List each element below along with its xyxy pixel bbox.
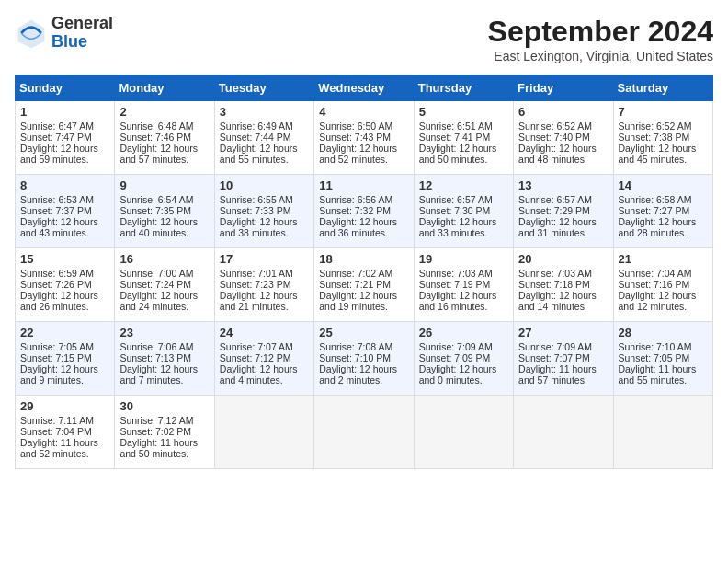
day-info-line: Sunset: 7:12 PM <box>220 352 309 363</box>
day-number: 4 <box>319 105 408 119</box>
day-info-line: Daylight: 12 hours <box>518 290 608 301</box>
day-info-line: Sunrise: 7:04 AM <box>619 268 708 279</box>
day-info-line: and 57 minutes. <box>119 154 209 165</box>
day-number: 16 <box>119 252 209 266</box>
calendar-cell <box>613 396 712 469</box>
day-number: 7 <box>619 105 708 119</box>
day-info-line: Daylight: 12 hours <box>119 143 209 154</box>
calendar-cell: 6Sunrise: 6:52 AMSunset: 7:40 PMDaylight… <box>514 101 613 175</box>
day-info-line: and 28 minutes. <box>619 227 708 238</box>
day-number: 28 <box>619 326 708 339</box>
column-header-sunday: Sunday <box>16 75 115 101</box>
calendar-cell: 15Sunrise: 6:59 AMSunset: 7:26 PMDayligh… <box>16 248 115 322</box>
day-info-line: Daylight: 12 hours <box>419 290 508 301</box>
day-info-line: Sunrise: 6:53 AM <box>20 194 109 205</box>
day-info-line: Sunset: 7:32 PM <box>319 205 408 216</box>
day-number: 18 <box>319 252 408 266</box>
calendar-cell <box>314 396 414 469</box>
calendar-cell: 16Sunrise: 7:00 AMSunset: 7:24 PMDayligh… <box>115 248 214 322</box>
day-number: 9 <box>119 178 209 192</box>
day-info-line: Sunset: 7:13 PM <box>119 352 209 363</box>
day-info-line: Sunrise: 7:03 AM <box>518 268 608 279</box>
day-info-line: Daylight: 12 hours <box>119 290 209 301</box>
logo-text: General Blue <box>51 15 113 52</box>
day-number: 8 <box>20 178 109 192</box>
day-number: 30 <box>119 399 209 413</box>
day-info-line: Sunset: 7:37 PM <box>20 205 109 216</box>
day-info-line: and 48 minutes. <box>518 154 608 165</box>
calendar-cell: 2Sunrise: 6:48 AMSunset: 7:46 PMDaylight… <box>115 101 214 175</box>
day-number: 12 <box>419 178 508 192</box>
day-info-line: Sunset: 7:18 PM <box>518 279 608 290</box>
day-info-line: and 52 minutes. <box>20 448 109 459</box>
day-info-line: Sunrise: 7:10 AM <box>619 341 708 352</box>
day-info-line: and 40 minutes. <box>119 227 209 238</box>
day-info-line: Sunrise: 6:54 AM <box>119 194 209 205</box>
day-info-line: Daylight: 12 hours <box>20 216 109 227</box>
day-info-line: and 55 minutes. <box>619 374 708 385</box>
day-info-line: Sunrise: 7:06 AM <box>119 341 209 352</box>
calendar-cell: 12Sunrise: 6:57 AMSunset: 7:30 PMDayligh… <box>414 175 513 248</box>
day-info-line: Daylight: 12 hours <box>319 143 408 154</box>
calendar-cell: 18Sunrise: 7:02 AMSunset: 7:21 PMDayligh… <box>314 248 414 322</box>
day-info-line: Sunset: 7:02 PM <box>119 426 209 437</box>
day-info-line: and 4 minutes. <box>220 374 309 385</box>
day-info-line: Daylight: 12 hours <box>619 143 708 154</box>
day-info-line: Sunrise: 7:01 AM <box>220 268 309 279</box>
day-info-line: Daylight: 12 hours <box>119 363 209 374</box>
day-number: 14 <box>619 178 708 192</box>
day-number: 20 <box>518 252 608 266</box>
day-info-line: Daylight: 12 hours <box>319 363 408 374</box>
calendar-cell: 7Sunrise: 6:52 AMSunset: 7:38 PMDaylight… <box>613 101 712 175</box>
calendar-cell: 25Sunrise: 7:08 AMSunset: 7:10 PMDayligh… <box>314 322 414 396</box>
day-info-line: Sunrise: 6:51 AM <box>419 121 508 132</box>
day-info-line: Daylight: 12 hours <box>518 216 608 227</box>
calendar-table: SundayMondayTuesdayWednesdayThursdayFrid… <box>15 75 713 469</box>
day-info-line: Sunrise: 6:47 AM <box>20 121 109 132</box>
logo-icon <box>15 17 48 50</box>
day-number: 23 <box>119 326 209 339</box>
calendar-header-row: SundayMondayTuesdayWednesdayThursdayFrid… <box>16 75 713 101</box>
logo: General Blue <box>15 15 113 52</box>
day-info-line: Daylight: 12 hours <box>319 216 408 227</box>
day-number: 5 <box>419 105 508 119</box>
day-number: 13 <box>518 178 608 192</box>
calendar-cell: 10Sunrise: 6:55 AMSunset: 7:33 PMDayligh… <box>214 175 313 248</box>
day-info-line: and 26 minutes. <box>20 301 109 312</box>
day-info-line: and 33 minutes. <box>419 227 508 238</box>
day-info-line: Sunrise: 6:57 AM <box>518 194 608 205</box>
day-number: 27 <box>518 326 608 339</box>
day-info-line: Sunset: 7:35 PM <box>119 205 209 216</box>
day-info-line: Daylight: 12 hours <box>518 143 608 154</box>
day-info-line: and 24 minutes. <box>119 301 209 312</box>
calendar-week-4: 22Sunrise: 7:05 AMSunset: 7:15 PMDayligh… <box>16 322 713 396</box>
day-info-line: Sunrise: 7:00 AM <box>119 268 209 279</box>
location: East Lexington, Virginia, United States <box>488 49 713 63</box>
day-info-line: Sunset: 7:33 PM <box>220 205 309 216</box>
day-number: 10 <box>220 178 309 192</box>
day-info-line: and 43 minutes. <box>20 227 109 238</box>
day-info-line: Daylight: 11 hours <box>619 363 708 374</box>
day-info-line: Sunset: 7:05 PM <box>619 352 708 363</box>
day-number: 15 <box>20 252 109 266</box>
calendar-week-5: 29Sunrise: 7:11 AMSunset: 7:04 PMDayligh… <box>16 396 713 469</box>
calendar-cell: 22Sunrise: 7:05 AMSunset: 7:15 PMDayligh… <box>16 322 115 396</box>
day-info-line: and 31 minutes. <box>518 227 608 238</box>
calendar-cell: 19Sunrise: 7:03 AMSunset: 7:19 PMDayligh… <box>414 248 513 322</box>
day-info-line: and 55 minutes. <box>220 154 309 165</box>
day-info-line: and 59 minutes. <box>20 154 109 165</box>
calendar-cell: 14Sunrise: 6:58 AMSunset: 7:27 PMDayligh… <box>613 175 712 248</box>
day-info-line: Sunrise: 6:59 AM <box>20 268 109 279</box>
day-info-line: Sunset: 7:27 PM <box>619 205 708 216</box>
column-header-friday: Friday <box>514 75 613 101</box>
calendar-week-2: 8Sunrise: 6:53 AMSunset: 7:37 PMDaylight… <box>16 175 713 248</box>
day-info-line: Daylight: 12 hours <box>319 290 408 301</box>
day-info-line: Sunrise: 6:49 AM <box>220 121 309 132</box>
day-info-line: Sunset: 7:44 PM <box>220 132 309 143</box>
calendar-cell <box>514 396 613 469</box>
day-info-line: Sunset: 7:21 PM <box>319 279 408 290</box>
day-info-line: Sunrise: 7:12 AM <box>119 415 209 426</box>
day-info-line: Sunset: 7:47 PM <box>20 132 109 143</box>
day-info-line: Sunrise: 7:05 AM <box>20 341 109 352</box>
day-info-line: Sunset: 7:43 PM <box>319 132 408 143</box>
